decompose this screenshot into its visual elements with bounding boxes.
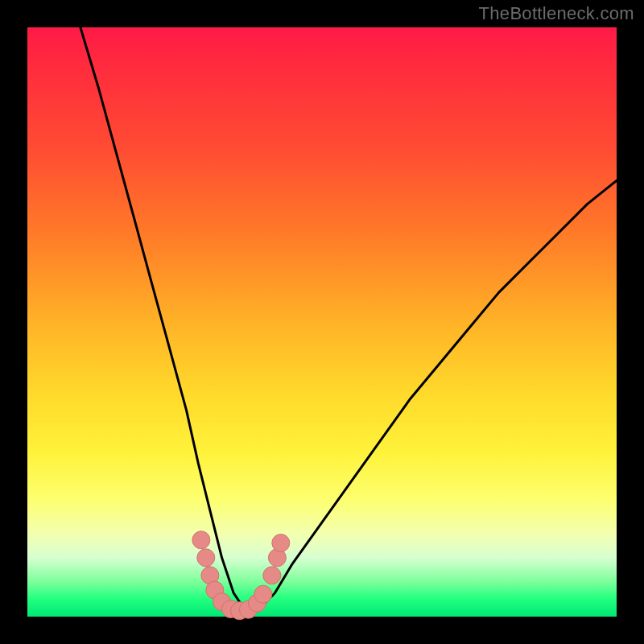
watermark-text: TheBottleneck.com: [479, 3, 634, 24]
chart-frame: TheBottleneck.com: [0, 0, 644, 644]
plot-area: [27, 27, 617, 617]
